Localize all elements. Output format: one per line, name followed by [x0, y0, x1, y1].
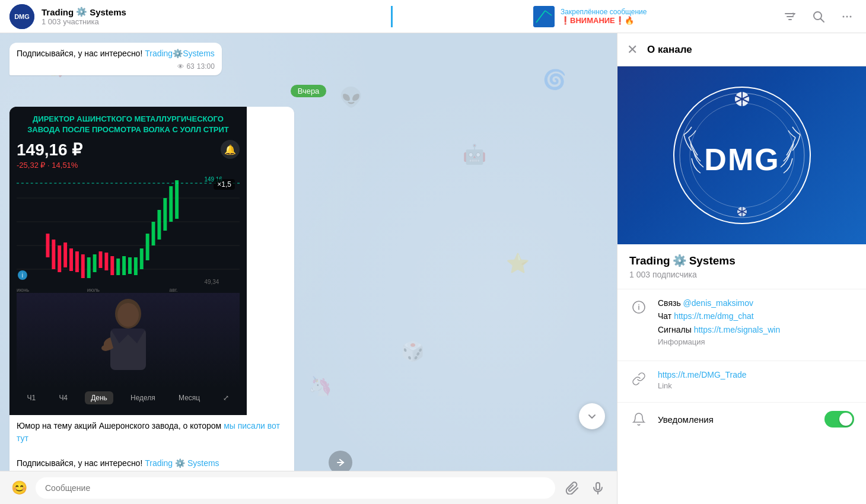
- pinned-thumbnail: [533, 6, 555, 27]
- search-icon-btn[interactable]: [809, 7, 828, 26]
- tab-day[interactable]: День: [85, 391, 113, 404]
- svg-rect-27: [81, 254, 85, 278]
- link-content: https://t.me/DMG_Trade Link: [658, 368, 854, 390]
- link-row: https://t.me/DMG_Trade Link: [629, 368, 854, 390]
- info-circle-icon: [629, 298, 648, 317]
- message-1-views: 63: [186, 62, 194, 71]
- svg-text:июль: июль: [87, 287, 100, 293]
- message-input[interactable]: [36, 477, 555, 499]
- link-url-text: https://t.me/DMG_Trade: [658, 368, 854, 381]
- svg-rect-32: [110, 256, 114, 275]
- notifications-row: Уведомления: [617, 402, 866, 436]
- channel-title-group: Trading ⚙️ Systems 1 003 участника: [42, 7, 126, 26]
- info-chat-line: Чат https://t.me/dmg_chat: [658, 310, 854, 323]
- svg-rect-31: [104, 253, 108, 270]
- caption2-before: Подписывайся, у нас интересно!: [17, 458, 145, 468]
- panel-gear-icon: ⚙️: [673, 254, 687, 267]
- message-1-link[interactable]: Trading⚙️Systems: [145, 49, 215, 58]
- caption-before-link: Юмор на тему акций Ашеронского завода, о…: [17, 421, 224, 430]
- tab-expand[interactable]: ⤢: [217, 391, 235, 404]
- svg-text:i: i: [22, 272, 23, 279]
- info-contact-label: Связь: [658, 298, 683, 308]
- notifications-toggle[interactable]: [824, 411, 854, 428]
- svg-rect-34: [122, 256, 126, 275]
- info-contact-link[interactable]: @denis_maksimov: [683, 298, 753, 308]
- svg-rect-35: [128, 257, 132, 274]
- header-channel-info[interactable]: DMG Trading ⚙️ Systems 1 003 участника: [9, 4, 391, 29]
- filter-icon-btn[interactable]: [781, 7, 800, 26]
- svg-rect-48: [596, 483, 600, 490]
- channel-name-text: Trading: [42, 7, 74, 17]
- info-contact-line: Связь @denis_maksimov: [658, 296, 854, 310]
- tab-4h[interactable]: Ч4: [53, 391, 74, 404]
- info-chat-link[interactable]: https://t.me/dmg_chat: [674, 311, 754, 321]
- mic-button[interactable]: [588, 479, 607, 497]
- info-signals-label: Сигналы: [658, 325, 694, 334]
- right-panel: ✕ О канале: [617, 33, 866, 504]
- chat-header: DMG Trading ⚙️ Systems 1 003 участника З…: [0, 0, 866, 33]
- svg-rect-28: [87, 257, 91, 278]
- date-separator: Вчера: [9, 85, 607, 97]
- stock-screenshot: ДИРЕКТОР АШИНСТКОГО МЕТАЛЛУРГИЧЕСКОГО ЗА…: [9, 107, 247, 415]
- attachment-button[interactable]: [562, 479, 581, 497]
- panel-header: ✕ О канале: [617, 33, 866, 66]
- tab-week[interactable]: Неделя: [125, 391, 161, 404]
- svg-rect-16: [152, 222, 155, 245]
- panel-channel-subs: 1 003 подписчика: [629, 270, 854, 279]
- info-signals-link[interactable]: https://t.me/signals_win: [694, 325, 781, 334]
- channel-link[interactable]: https://t.me/DMG_Trade: [658, 370, 747, 379]
- svg-rect-21: [46, 234, 49, 257]
- tab-1h[interactable]: Ч1: [21, 391, 42, 404]
- views-icon: 👁: [177, 63, 184, 70]
- pinned-title: ❗ВНИМАНИЕ❗🔥: [561, 16, 647, 25]
- stock-title: ДИРЕКТОР АШИНСТКОГО МЕТАЛЛУРГИЧЕСКОГО ЗА…: [17, 114, 240, 135]
- close-panel-button[interactable]: ✕: [627, 42, 638, 58]
- pinned-message-bar[interactable]: Закреплённое сообщение ❗ВНИМАНИЕ❗🔥: [391, 6, 781, 27]
- svg-text:авг.: авг.: [169, 287, 177, 293]
- chat-background: 🚀 👽 🤖 💎 🎮 🎲 🌙 ⭐ 🎭 🦄 🌀 🎯 Подписывайся, у …: [0, 33, 617, 471]
- svg-text:июнь: июнь: [17, 287, 30, 293]
- stock-chart: 149,16 49,34 июнь июль авг. i: [17, 174, 240, 293]
- svg-rect-15: [146, 234, 149, 260]
- channel-avatar: DMG: [9, 4, 34, 29]
- caption2-link[interactable]: Trading ⚙️ Systems: [145, 458, 219, 468]
- forward-button[interactable]: [329, 451, 352, 471]
- more-icon-btn[interactable]: [838, 7, 857, 26]
- svg-rect-14: [140, 248, 144, 269]
- svg-rect-22: [52, 240, 55, 269]
- date-badge-text: Вчера: [291, 85, 327, 97]
- channel-meta: Trading ⚙️ Systems 1 003 подписчика: [617, 244, 866, 289]
- message-bubble-1: Подписывайся, у нас интересно! Trading⚙️…: [9, 43, 222, 75]
- svg-rect-20: [175, 180, 179, 219]
- svg-rect-23: [58, 245, 61, 272]
- link-section: https://t.me/DMG_Trade Link: [617, 361, 866, 402]
- speed-badge: ×1,5: [214, 179, 235, 190]
- stock-image: ДИРЕКТОР АШИНСТКОГО МЕТАЛЛУРГИЧЕСКОГО ЗА…: [9, 107, 247, 415]
- chat-toolbar: 😊: [0, 471, 617, 504]
- person-image: [17, 293, 240, 388]
- bell-icon: 🔔: [221, 140, 240, 159]
- svg-text:DMG: DMG: [14, 13, 30, 20]
- dmg-logo: DMG: [671, 84, 813, 227]
- svg-rect-19: [169, 186, 173, 222]
- svg-point-47: [101, 345, 110, 351]
- svg-rect-13: [134, 257, 138, 275]
- channel-title: Trading ⚙️ Systems: [42, 7, 126, 17]
- channel-subtitle: 1 003 участника: [42, 17, 126, 26]
- main-area: 🚀 👽 🤖 💎 🎮 🎲 🌙 ⭐ 🎭 🦄 🌀 🎯 Подписывайся, у …: [0, 33, 866, 504]
- media-message-2: ДИРЕКТОР АШИНСТКОГО МЕТАЛЛУРГИЧЕСКОГО ЗА…: [9, 107, 294, 471]
- svg-rect-18: [163, 198, 167, 231]
- panel-name-text: Trading: [629, 254, 670, 267]
- panel-title: О канале: [647, 44, 692, 56]
- info-chat-label: Чат: [658, 311, 674, 321]
- svg-rect-26: [75, 251, 79, 272]
- bell-notif-icon: [629, 410, 648, 429]
- svg-rect-24: [63, 243, 67, 267]
- emoji-button[interactable]: 😊: [9, 479, 28, 497]
- svg-point-6: [843, 15, 845, 17]
- scroll-to-bottom-button[interactable]: [579, 403, 605, 429]
- tab-month[interactable]: Месяц: [173, 391, 206, 404]
- message-1-before-link: Подписывайся, у нас интересно!: [17, 49, 145, 58]
- svg-text:49,34: 49,34: [205, 279, 219, 285]
- svg-rect-2: [533, 6, 555, 27]
